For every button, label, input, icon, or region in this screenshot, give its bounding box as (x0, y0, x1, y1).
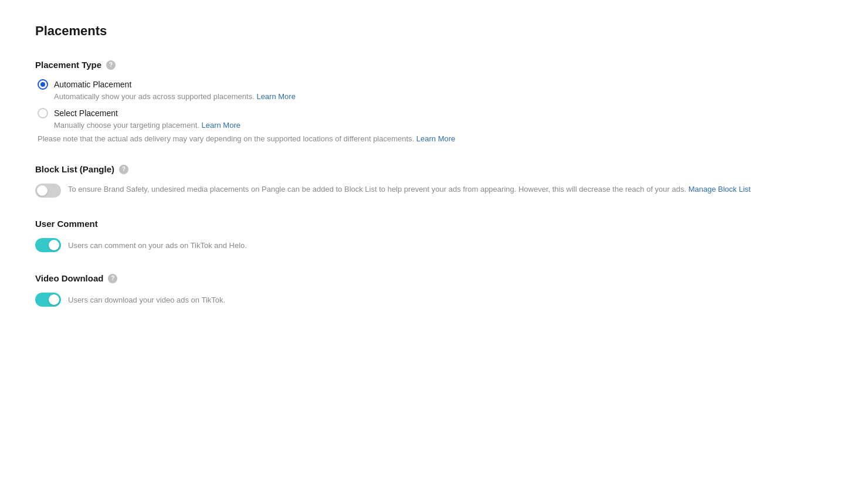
block-list-toggle-track (35, 184, 61, 198)
page-title: Placements (35, 23, 833, 39)
block-list-toggle-thumb (37, 185, 48, 196)
block-list-description: To ensure Brand Safety, undesired media … (68, 184, 751, 196)
select-placement-item: Select Placement Manually choose your ta… (38, 108, 833, 130)
automatic-placement-label: Automatic Placement (54, 80, 131, 89)
video-download-toggle-row: Users can download your video ads on Tik… (35, 293, 833, 307)
block-list-help-icon[interactable] (119, 165, 128, 174)
select-placement-learn-more[interactable]: Learn More (202, 121, 240, 130)
select-placement-description: Manually choose your targeting placement… (38, 121, 833, 130)
user-comment-section: User Comment Users can comment on your a… (35, 219, 833, 252)
user-comment-toggle[interactable] (35, 238, 61, 252)
placement-note-learn-more[interactable]: Learn More (416, 134, 455, 143)
select-placement-radio[interactable] (38, 108, 48, 118)
placement-type-section: Placement Type Automatic Placement Autom… (35, 60, 833, 143)
page-container: Placements Placement Type Automatic Plac… (0, 0, 868, 482)
user-comment-toggle-thumb (49, 240, 59, 250)
user-comment-toggle-track (35, 238, 61, 252)
placement-type-radio-group: Automatic Placement Automatically show y… (35, 79, 833, 130)
placement-type-help-icon[interactable] (106, 60, 116, 70)
block-list-label: Block List (Pangle) (35, 164, 114, 174)
automatic-placement-radio[interactable] (38, 79, 48, 90)
placement-note: Please note that the actual ads delivery… (35, 134, 833, 143)
placement-type-label: Placement Type (35, 60, 101, 70)
automatic-placement-learn-more[interactable]: Learn More (256, 92, 295, 101)
automatic-placement-description: Automatically show your ads across suppo… (38, 92, 833, 101)
video-download-help-icon[interactable] (108, 274, 117, 283)
user-comment-label: User Comment (35, 219, 98, 229)
select-placement-row[interactable]: Select Placement (38, 108, 833, 118)
video-download-section: Video Download Users can download your v… (35, 273, 833, 307)
user-comment-toggle-row: Users can comment on your ads on TikTok … (35, 238, 833, 252)
select-placement-label: Select Placement (54, 108, 118, 118)
video-download-toggle[interactable] (35, 293, 61, 307)
video-download-toggle-thumb (49, 294, 59, 305)
block-list-toggle[interactable] (35, 184, 61, 198)
manage-block-list-link[interactable]: Manage Block List (689, 185, 751, 194)
block-list-header: Block List (Pangle) (35, 164, 833, 174)
block-list-content: To ensure Brand Safety, undesired media … (35, 184, 833, 198)
video-download-toggle-track (35, 293, 61, 307)
block-list-section: Block List (Pangle) To ensure Brand Safe… (35, 164, 833, 198)
automatic-placement-item: Automatic Placement Automatically show y… (38, 79, 833, 101)
automatic-placement-row[interactable]: Automatic Placement (38, 79, 833, 90)
video-download-label: Video Download (35, 273, 103, 283)
user-comment-description: Users can comment on your ads on TikTok … (68, 238, 247, 252)
video-download-header: Video Download (35, 273, 833, 283)
video-download-description: Users can download your video ads on Tik… (68, 293, 225, 306)
user-comment-header: User Comment (35, 219, 833, 229)
placement-type-header: Placement Type (35, 60, 833, 70)
